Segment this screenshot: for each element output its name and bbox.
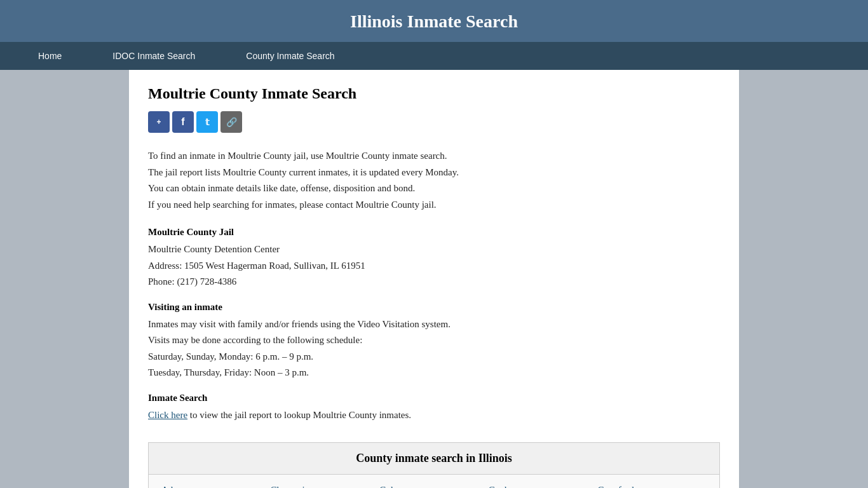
twitter-button[interactable]: 𝕥 xyxy=(196,111,218,133)
nav-county[interactable]: County Inmate Search xyxy=(220,42,360,70)
inmate-search-section: Inmate Search Click here to view the jai… xyxy=(148,393,720,424)
intro-line-2: The jail report lists Moultrie County cu… xyxy=(148,165,720,181)
visiting-line-2: Visits may be done according to the foll… xyxy=(148,332,720,349)
jail-line-2: Address: 1505 West Hagerman Road, Sulliv… xyxy=(148,258,720,274)
county-link-cook[interactable]: Cook xyxy=(489,485,598,488)
jail-info: Moultrie County Detention Center Address… xyxy=(148,241,720,290)
county-search-section: County inmate search in Illinois AdamsCh… xyxy=(148,442,720,488)
copy-link-button[interactable]: 🔗 xyxy=(220,111,242,133)
jail-heading: Moultrie County Jail xyxy=(148,227,720,238)
inmate-search-text: Click here to view the jail report to lo… xyxy=(148,407,720,424)
main-content: Moultrie County Inmate Search + f 𝕥 🔗 To… xyxy=(129,70,739,488)
county-link-champaign[interactable]: Champaign xyxy=(271,485,380,488)
visiting-section: Visiting an inmate Inmates may visit wit… xyxy=(148,302,720,381)
site-header: Illinois Inmate Search xyxy=(0,0,868,42)
jail-line-3: Phone: (217) 728-4386 xyxy=(148,274,720,290)
click-here-link[interactable]: Click here xyxy=(148,410,187,420)
site-title: Illinois Inmate Search xyxy=(0,11,868,32)
intro-line-4: If you need help searching for inmates, … xyxy=(148,197,720,214)
visiting-heading: Visiting an inmate xyxy=(148,302,720,313)
jail-section: Moultrie County Jail Moultrie County Det… xyxy=(148,227,720,290)
visiting-info: Inmates may visit with family and/or fri… xyxy=(148,316,720,381)
inmate-search-description: to view the jail report to lookup Moultr… xyxy=(187,410,411,420)
page-title: Moultrie County Inmate Search xyxy=(148,85,720,102)
nav-idoc[interactable]: IDOC Inmate Search xyxy=(87,42,220,70)
intro-text: To find an inmate in Moultrie County jai… xyxy=(148,148,720,213)
jail-line-1: Moultrie County Detention Center xyxy=(148,241,720,258)
county-link-coles[interactable]: Coles xyxy=(379,485,489,488)
intro-line-3: You can obtain inmate details like date,… xyxy=(148,180,720,197)
visiting-line-3: Saturday, Sunday, Monday: 6 p.m. – 9 p.m… xyxy=(148,349,720,365)
county-link-crawford[interactable]: Crawford xyxy=(597,485,707,488)
county-search-title: County inmate search in Illinois xyxy=(149,443,719,475)
inmate-search-heading: Inmate Search xyxy=(148,393,720,403)
intro-line-1: To find an inmate in Moultrie County jai… xyxy=(148,148,720,165)
main-nav: Home IDOC Inmate Search County Inmate Se… xyxy=(0,42,868,70)
share-button[interactable]: + xyxy=(148,111,170,133)
visiting-line-4: Tuesday, Thursday, Friday: Noon – 3 p.m. xyxy=(148,365,720,381)
county-grid: AdamsChampaignColesCookCrawfordDouglasDu… xyxy=(149,475,719,488)
visiting-line-1: Inmates may visit with family and/or fri… xyxy=(148,316,720,333)
share-buttons-group: + f 𝕥 🔗 xyxy=(148,111,720,133)
facebook-button[interactable]: f xyxy=(172,111,194,133)
county-link-adams[interactable]: Adams xyxy=(161,485,271,488)
nav-home[interactable]: Home xyxy=(13,42,87,70)
